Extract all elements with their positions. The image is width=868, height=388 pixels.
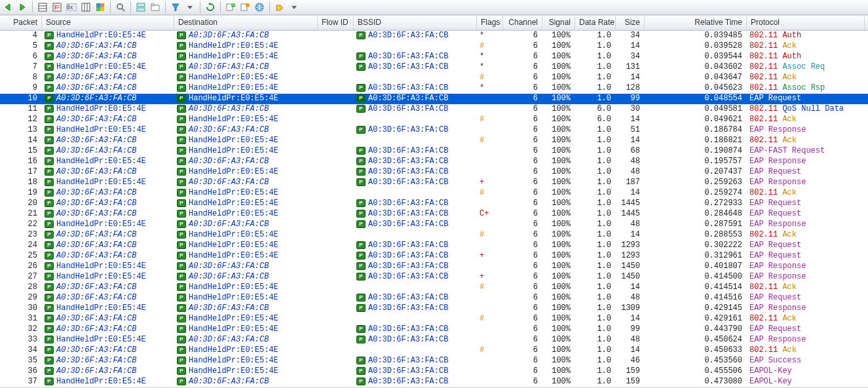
packet-row[interactable]: 15A0:3D:6F:A3:FA:CBHandHeldPr:E0:E5:4EA0… bbox=[0, 146, 868, 157]
packet-row[interactable]: 13HandHeldPr:E0:E5:4EA0:3D:6F:A3:FA:CBA0… bbox=[0, 125, 868, 136]
node-icon bbox=[177, 126, 186, 134]
packet-row[interactable]: 28A0:3D:6F:A3:FA:CBHandHeldPr:E0:E5:4E#6… bbox=[0, 282, 868, 293]
col-flowid[interactable]: Flow ID bbox=[318, 16, 354, 30]
packet-row[interactable]: 4HandHeldPr:E0:E5:4EA0:3D:6F:A3:FA:CBA0:… bbox=[0, 31, 868, 41]
node-icon bbox=[45, 220, 54, 228]
packet-row[interactable]: 31A0:3D:6F:A3:FA:CBHandHeldPr:E0:E5:4E#6… bbox=[0, 314, 868, 324]
node-icon bbox=[45, 304, 54, 312]
packet-row[interactable]: 20A0:3D:6F:A3:FA:CBHandHeldPr:E0:E5:4EA0… bbox=[0, 199, 868, 209]
packet-row[interactable]: 22HandHeldPr:E0:E5:4EA0:3D:6F:A3:FA:CBA0… bbox=[0, 220, 868, 230]
node-icon bbox=[177, 231, 186, 239]
node-icon bbox=[177, 168, 186, 176]
packet-row[interactable]: 8A0:3D:6F:A3:FA:CBHandHeldPr:E0:E5:4E#61… bbox=[0, 73, 868, 83]
col-datarate[interactable]: Data Rate bbox=[575, 16, 616, 30]
packet-row[interactable]: 11HandHeldPr:E0:E5:4EA0:3D:6F:A3:FA:CBA0… bbox=[0, 104, 868, 115]
filter-icon[interactable] bbox=[169, 1, 182, 14]
node-icon bbox=[177, 42, 186, 50]
hierarchy-icon[interactable] bbox=[50, 1, 64, 14]
toolbar-separator bbox=[165, 1, 166, 13]
node-icon bbox=[45, 189, 54, 197]
globe-icon[interactable] bbox=[253, 1, 266, 14]
node-icon bbox=[356, 178, 366, 186]
packet-table-header: Packet Source Destination Flow ID BSSID … bbox=[0, 15, 868, 31]
tabs-icon[interactable] bbox=[149, 1, 162, 14]
node-icon bbox=[356, 210, 366, 218]
add-note-icon[interactable]: + bbox=[224, 1, 237, 14]
node-icon bbox=[177, 346, 186, 354]
nav-forward-button[interactable] bbox=[16, 1, 29, 14]
node-icon bbox=[177, 73, 186, 81]
list-view-icon[interactable] bbox=[36, 1, 49, 14]
col-size[interactable]: Size bbox=[616, 16, 645, 30]
node-icon bbox=[177, 136, 186, 144]
col-protocol[interactable]: Protocol bbox=[747, 16, 865, 30]
nav-back-button[interactable] bbox=[1, 1, 14, 14]
packet-row[interactable]: 7HandHeldPr:E0:E5:4EA0:3D:6F:A3:FA:CBA0:… bbox=[0, 62, 868, 73]
svg-rect-11 bbox=[137, 8, 145, 11]
node-icon bbox=[45, 357, 54, 364]
packet-row[interactable]: 17A0:3D:6F:A3:FA:CBHandHeldPr:E0:E5:4EA0… bbox=[0, 167, 868, 178]
packet-row[interactable]: 33HandHeldPr:E0:E5:4EA0:3D:6F:A3:FA:CBA0… bbox=[0, 335, 868, 345]
hex-icon[interactable]: 0x bbox=[65, 1, 78, 14]
packet-row[interactable]: 26HandHeldPr:E0:E5:4EA0:3D:6F:A3:FA:CBA0… bbox=[0, 262, 868, 272]
packet-row[interactable]: 25A0:3D:6F:A3:FA:CBHandHeldPr:E0:E5:4EA0… bbox=[0, 251, 868, 262]
panes-icon[interactable] bbox=[134, 1, 147, 14]
packet-row[interactable]: 36A0:3D:6F:A3:FA:CBHandHeldPr:E0:E5:4EA0… bbox=[0, 366, 868, 377]
svg-point-9 bbox=[117, 4, 123, 9]
node-icon bbox=[177, 378, 186, 385]
svg-rect-8 bbox=[100, 7, 104, 11]
col-packet[interactable]: Packet bbox=[0, 16, 42, 30]
filter-dropdown-icon[interactable] bbox=[183, 1, 197, 14]
col-source[interactable]: Source bbox=[42, 16, 174, 30]
packet-row[interactable]: 23A0:3D:6F:A3:FA:CBHandHeldPr:E0:E5:4E#6… bbox=[0, 230, 868, 241]
node-icon bbox=[356, 52, 366, 60]
packet-row[interactable]: 27HandHeldPr:E0:E5:4EA0:3D:6F:A3:FA:CBA0… bbox=[0, 272, 868, 282]
node-icon bbox=[45, 346, 54, 354]
tag-icon[interactable] bbox=[273, 1, 286, 14]
packet-row[interactable]: 21A0:3D:6F:A3:FA:CBHandHeldPr:E0:E5:4EA0… bbox=[0, 209, 868, 220]
packet-row[interactable]: 5A0:3D:6F:A3:FA:CBHandHeldPr:E0:E5:4E#61… bbox=[0, 41, 868, 52]
node-icon bbox=[45, 178, 54, 186]
palette-icon[interactable] bbox=[94, 1, 107, 14]
node-icon bbox=[356, 31, 366, 39]
replace-note-icon[interactable] bbox=[238, 1, 252, 14]
packet-row[interactable]: 29A0:3D:6F:A3:FA:CBHandHeldPr:E0:E5:4EA0… bbox=[0, 293, 868, 303]
col-reltime[interactable]: Relative Time bbox=[645, 16, 747, 30]
packet-row[interactable]: 24A0:3D:6F:A3:FA:CBHandHeldPr:E0:E5:4EA0… bbox=[0, 241, 868, 251]
col-signal[interactable]: Signal bbox=[542, 16, 575, 30]
col-flags[interactable]: Flags bbox=[477, 16, 503, 30]
node-icon bbox=[45, 294, 54, 301]
node-icon bbox=[177, 115, 186, 123]
node-icon bbox=[45, 136, 54, 144]
packet-row[interactable]: 19A0:3D:6F:A3:FA:CBHandHeldPr:E0:E5:4E#6… bbox=[0, 188, 868, 199]
node-icon bbox=[177, 273, 186, 281]
packet-row[interactable]: 32A0:3D:6F:A3:FA:CBHandHeldPr:E0:E5:4EA0… bbox=[0, 324, 868, 335]
svg-point-18 bbox=[246, 3, 250, 7]
packet-row[interactable]: 12A0:3D:6F:A3:FA:CBHandHeldPr:E0:E5:4E#6… bbox=[0, 115, 868, 125]
node-icon bbox=[45, 147, 54, 155]
packet-row[interactable]: 18HandHeldPr:E0:E5:4EA0:3D:6F:A3:FA:CBA0… bbox=[0, 178, 868, 188]
node-icon bbox=[45, 157, 54, 165]
zoom-icon[interactable] bbox=[114, 1, 127, 14]
packet-row[interactable]: 37HandHeldPr:E0:E5:4EA0:3D:6F:A3:FA:CBA0… bbox=[0, 377, 868, 387]
packet-row[interactable]: 14A0:3D:6F:A3:FA:CBHandHeldPr:E0:E5:4E#6… bbox=[0, 136, 868, 146]
svg-text:0x: 0x bbox=[67, 5, 73, 10]
packet-row[interactable]: 10A0:3D:6F:A3:FA:CBHandHeldPr:E0:E5:4EA0… bbox=[0, 94, 868, 104]
refresh-icon[interactable] bbox=[204, 1, 217, 14]
col-destination[interactable]: Destination bbox=[174, 16, 318, 30]
packet-row[interactable]: 6A0:3D:6F:A3:FA:CBHandHeldPr:E0:E5:4EA0:… bbox=[0, 52, 868, 62]
packet-row[interactable]: 16HandHeldPr:E0:E5:4EA0:3D:6F:A3:FA:CBA0… bbox=[0, 157, 868, 167]
node-icon bbox=[45, 168, 54, 176]
main-toolbar: 0x + bbox=[0, 0, 868, 15]
node-icon bbox=[177, 367, 186, 375]
col-channel[interactable]: Channel bbox=[503, 16, 542, 30]
packet-row[interactable]: 35A0:3D:6F:A3:FA:CBHandHeldPr:E0:E5:4EA0… bbox=[0, 356, 868, 366]
packet-row[interactable]: 30HandHeldPr:E0:E5:4EA0:3D:6F:A3:FA:CBA0… bbox=[0, 303, 868, 314]
columns-icon[interactable] bbox=[79, 1, 92, 14]
packet-row[interactable]: 34A0:3D:6F:A3:FA:CBHandHeldPr:E0:E5:4E#6… bbox=[0, 345, 868, 356]
node-icon bbox=[45, 210, 54, 218]
col-bssid[interactable]: BSSID bbox=[354, 16, 477, 30]
packet-row[interactable]: 9A0:3D:6F:A3:FA:CBHandHeldPr:E0:E5:4EA0:… bbox=[0, 83, 868, 94]
tag-dropdown-icon[interactable] bbox=[288, 1, 301, 14]
node-icon bbox=[356, 126, 366, 134]
